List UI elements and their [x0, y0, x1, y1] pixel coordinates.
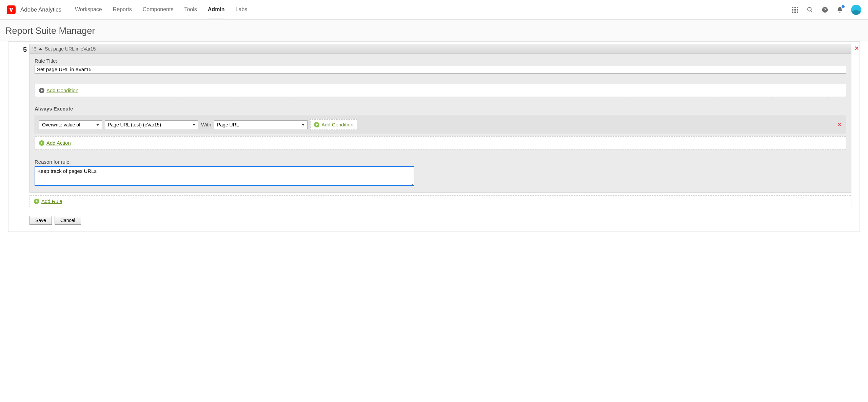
source-variable-select[interactable]: Page URL [214, 120, 308, 129]
cancel-button[interactable]: Cancel [55, 216, 81, 225]
collapse-caret-icon[interactable] [39, 48, 42, 50]
add-action-box: + Add Action [35, 136, 846, 149]
topbar-right: ? [791, 5, 861, 15]
plus-icon: + [39, 140, 44, 146]
target-variable-select[interactable]: Page URL (test) (eVar15) [105, 120, 198, 129]
add-condition-link[interactable]: Add Condition [46, 87, 78, 93]
with-label: With [201, 122, 211, 127]
plus-icon: + [34, 199, 39, 204]
rule-body: Set page URL in eVar15 ✕ Rule Title: + A… [29, 44, 851, 193]
action-type-select-wrap: Overwrite value of [39, 120, 102, 129]
drag-handle-icon[interactable] [33, 47, 36, 51]
main-nav: Workspace Reports Components Tools Admin… [75, 0, 247, 19]
add-rule-box: + Add Rule [29, 195, 851, 207]
always-execute-heading: Always Execute [35, 106, 846, 112]
rule-header-title: Set page URL in eVar15 [45, 46, 96, 52]
top-navbar: Adobe Analytics Workspace Reports Compon… [0, 0, 868, 20]
user-avatar[interactable] [851, 5, 861, 15]
adobe-logo [7, 5, 16, 14]
plus-icon: + [314, 122, 319, 127]
nav-workspace[interactable]: Workspace [75, 0, 102, 19]
add-condition-inline-link[interactable]: Add Condition [321, 122, 353, 127]
add-rule-link[interactable]: Add Rule [41, 198, 62, 204]
rule-title-input[interactable] [35, 65, 846, 74]
reason-textarea[interactable] [35, 166, 414, 186]
adobe-a-icon [8, 7, 14, 13]
rule-row: 5 Set page URL in eVar15 ✕ Rule Title: +… [17, 44, 851, 193]
save-button[interactable]: Save [29, 216, 52, 225]
reason-label: Reason for rule: [35, 159, 846, 165]
search-icon[interactable] [806, 6, 814, 14]
svg-line-1 [811, 11, 812, 12]
page-title: Report Suite Manager [0, 20, 868, 41]
rule-number: 5 [17, 44, 27, 54]
content-area: 5 Set page URL in eVar15 ✕ Rule Title: +… [8, 41, 860, 232]
apps-icon[interactable] [791, 6, 799, 14]
rule-header[interactable]: Set page URL in eVar15 [29, 44, 851, 54]
add-action-link[interactable]: Add Action [46, 140, 71, 146]
notification-dot [841, 5, 845, 8]
remove-rule-button[interactable]: ✕ [854, 45, 859, 52]
nav-labs[interactable]: Labs [236, 0, 248, 19]
footer-buttons: Save Cancel [29, 216, 851, 225]
notifications-icon[interactable] [836, 6, 844, 14]
remove-action-button[interactable]: ✕ [837, 122, 842, 128]
nav-tools[interactable]: Tools [184, 0, 197, 19]
source-variable-select-wrap: Page URL [214, 120, 308, 129]
product-name: Adobe Analytics [20, 6, 61, 13]
rule-title-label: Rule Title: [35, 58, 846, 64]
action-row: Overwrite value of Page URL (test) (eVar… [35, 115, 846, 134]
nav-admin[interactable]: Admin [208, 0, 225, 19]
add-condition-box: + Add Condition [35, 84, 846, 97]
plus-icon: + [39, 88, 44, 93]
add-condition-inline-box: + Add Condition [310, 119, 357, 130]
svg-text:?: ? [824, 7, 826, 12]
nav-reports[interactable]: Reports [113, 0, 132, 19]
action-type-select[interactable]: Overwrite value of [39, 120, 102, 129]
help-icon[interactable]: ? [821, 6, 829, 14]
target-variable-select-wrap: Page URL (test) (eVar15) [105, 120, 198, 129]
nav-components[interactable]: Components [143, 0, 174, 19]
rule-panel: Rule Title: + Add Condition Always Execu… [29, 54, 851, 193]
svg-point-0 [808, 7, 811, 11]
